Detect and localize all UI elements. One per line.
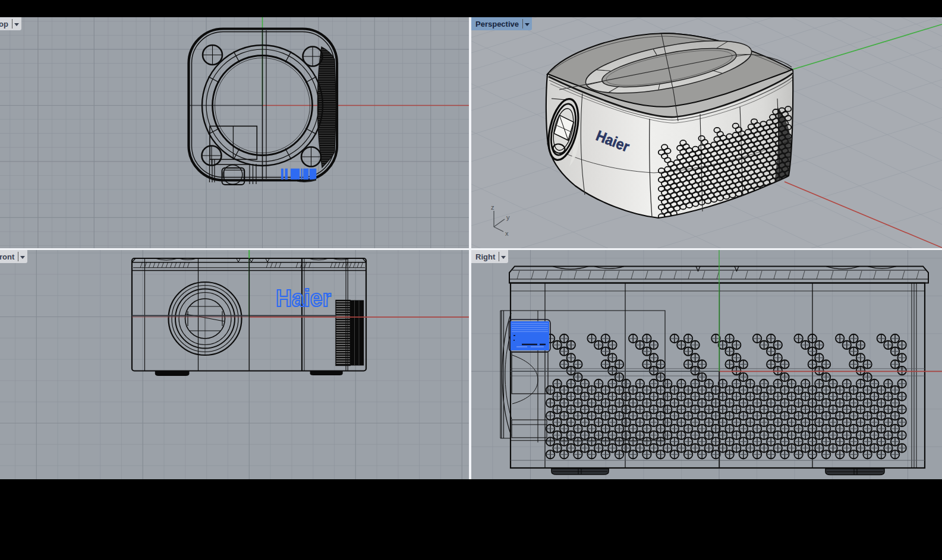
svg-text:y: y <box>506 214 510 221</box>
svg-text:Haier: Haier <box>276 284 331 312</box>
svg-text:z: z <box>491 204 494 211</box>
svg-text:x: x <box>505 230 509 237</box>
